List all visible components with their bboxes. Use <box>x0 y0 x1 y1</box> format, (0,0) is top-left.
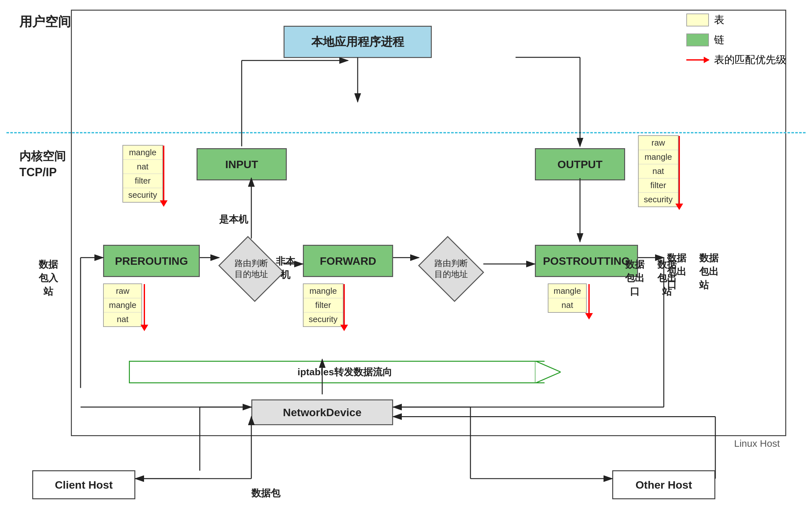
prerouting-table-raw: raw <box>104 284 142 298</box>
data-out-label: 数据 包出 口 <box>625 258 644 298</box>
output-priority-arrow <box>675 136 683 210</box>
legend-chain-box <box>686 34 709 46</box>
input-table-mangle: mangle <box>123 146 162 160</box>
is-local-label: 是本机 <box>219 213 248 226</box>
forward-table-security: security <box>304 313 343 326</box>
postrouting-priority-arrow <box>585 284 593 320</box>
other-host-box: Other Host <box>612 470 715 499</box>
forward-priority-head <box>340 325 348 331</box>
routing-diamond-2-container: 路由判断 目的地址 <box>419 241 483 296</box>
forward-table-filter: filter <box>304 298 343 313</box>
input-chain: INPUT <box>197 148 287 180</box>
prerouting-table-nat: nat <box>104 313 142 326</box>
prerouting-priority-head <box>141 325 148 331</box>
legend-table: 表 <box>686 13 786 27</box>
output-table-nat: nat <box>639 164 678 178</box>
legend: 表 链 表的匹配优先级 <box>686 13 786 67</box>
prerouting-priority-arrow <box>141 284 148 331</box>
routing-diamond-1-container: 路由判断 目的地址 <box>219 241 283 296</box>
forward-chain: FORWARD <box>303 245 393 277</box>
legend-table-label: 表 <box>714 13 724 27</box>
output-table-filter: filter <box>639 178 678 192</box>
postrouting-table-nat: nat <box>548 298 586 312</box>
postrouting-chain: POSTROUTTING <box>535 245 638 277</box>
output-priority-head <box>675 204 683 210</box>
main-container: 用户空间 表 链 表的匹配优先级 内核空间 TCP/IP 本地应用程序进程 IN… <box>6 6 806 501</box>
routing-label-1: 路由判断 目的地址 <box>234 258 268 280</box>
iptables-forward-label: iptables转发数据流向 <box>297 365 392 379</box>
dashed-divider <box>6 132 806 133</box>
local-process-box: 本地应用程序进程 <box>283 26 432 58</box>
output-priority-line <box>679 136 680 204</box>
forward-table-mangle: mangle <box>304 284 343 298</box>
postrouting-table-mangle: mangle <box>548 284 586 298</box>
output-table-stack: raw mangle nat filter security <box>638 135 679 207</box>
output-chain: OUTPUT <box>535 148 625 180</box>
output-table-mangle: mangle <box>639 150 678 164</box>
iptables-forward-container: iptables转发数据流向 <box>129 361 561 383</box>
legend-chain: 链 <box>686 33 786 47</box>
network-device-box: NetworkDevice <box>251 399 393 425</box>
data-out-side-label: 数据 包出 口 <box>667 251 686 292</box>
legend-priority: 表的匹配优先级 <box>686 53 786 67</box>
forward-table-stack: mangle filter security <box>303 283 343 327</box>
input-table-nat: nat <box>123 160 162 174</box>
data-out-station-label: 数据 包出 站 <box>699 251 718 292</box>
userspace-label: 用户空间 <box>19 13 71 31</box>
prerouting-chain: PREROUTING <box>103 245 200 277</box>
input-priority-arrow <box>160 146 168 207</box>
input-priority-head <box>160 200 168 207</box>
forward-priority-line <box>343 284 345 325</box>
output-table-raw: raw <box>639 136 678 150</box>
output-table-security: security <box>639 192 678 207</box>
routing-label-2: 路由判断 目的地址 <box>434 258 468 280</box>
kernelspace-label: 内核空间 TCP/IP <box>19 148 66 181</box>
prerouting-table-mangle: mangle <box>104 298 142 313</box>
svg-marker-1 <box>535 361 561 383</box>
data-in-label: 数据 包入 站 <box>39 258 58 298</box>
forward-priority-arrow <box>340 284 348 331</box>
legend-table-box <box>686 13 709 26</box>
not-local-label: 非本 机 <box>276 255 295 282</box>
legend-priority-label: 表的匹配优先级 <box>714 53 786 67</box>
legend-chain-label: 链 <box>714 33 724 47</box>
postrouting-priority-line <box>588 284 590 313</box>
client-host-box: Client Host <box>32 470 136 499</box>
postrouting-table-stack: mangle nat <box>548 283 587 313</box>
linux-host-label: Linux Host <box>734 438 780 449</box>
input-table-filter: filter <box>123 174 162 188</box>
input-table-stack: mangle nat filter security <box>122 145 163 203</box>
postrouting-priority-head <box>585 313 593 320</box>
prerouting-priority-line <box>144 284 145 325</box>
legend-priority-arrow <box>686 59 709 61</box>
input-table-security: security <box>123 188 162 202</box>
input-priority-line <box>163 146 164 200</box>
packet-label: 数据包 <box>251 487 280 500</box>
prerouting-table-stack: raw mangle nat <box>103 283 142 327</box>
